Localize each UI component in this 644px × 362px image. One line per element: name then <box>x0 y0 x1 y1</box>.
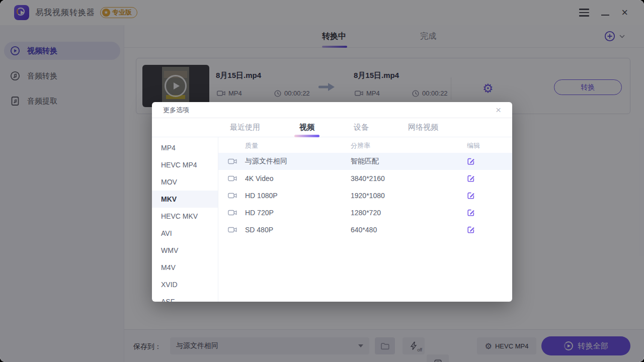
modal-tab-device[interactable]: 设备 <box>354 123 369 132</box>
camera-icon <box>228 158 237 165</box>
quality-value: HD 1080P <box>245 192 351 200</box>
modal-active-tab-underline <box>294 135 319 137</box>
resolution-value: 3840*2160 <box>351 174 467 183</box>
format-item-mov[interactable]: MOV <box>152 173 218 191</box>
modal-header: 更多选项 × <box>152 102 512 118</box>
quality-value: 与源文件相同 <box>245 157 351 166</box>
edit-icon[interactable] <box>467 174 475 183</box>
format-item-xvid[interactable]: XVID <box>152 276 218 293</box>
table-row[interactable]: SD 480P 640*480 <box>218 221 512 238</box>
quality-value: 4K Video <box>245 174 351 183</box>
resolution-value: 智能匹配 <box>351 157 467 166</box>
modal-tab-video[interactable]: 视频 <box>299 123 314 132</box>
table-row[interactable]: 4K Video 3840*2160 <box>218 170 512 187</box>
quality-table: 质量 分辨率 编辑 与源文件相同 智能匹配 4K Video 3840*2160 <box>218 137 512 302</box>
header-quality: 质量 <box>245 141 351 150</box>
format-item-m4v[interactable]: M4V <box>152 259 218 276</box>
format-item-asf[interactable]: ASF <box>152 293 218 302</box>
table-row[interactable]: HD 1080P 1920*1080 <box>218 187 512 204</box>
format-item-wmv[interactable]: WMV <box>152 242 218 259</box>
edit-icon[interactable] <box>467 209 475 217</box>
resolution-value: 1920*1080 <box>351 192 467 200</box>
modal-title: 更多选项 <box>163 106 496 115</box>
quality-table-header: 质量 分辨率 编辑 <box>218 139 512 153</box>
table-row[interactable]: HD 720P 644*362 <box>218 204 512 221</box>
camera-icon <box>228 226 237 233</box>
camera-icon <box>228 175 237 182</box>
format-item-hevc-mkv[interactable]: HEVC MKV <box>152 208 218 225</box>
modal-close-icon[interactable]: × <box>496 106 501 115</box>
app-window: 易我视频转换器 ★ 专业版 × 视频转换 音频转换 <box>0 0 644 362</box>
table-row[interactable]: 与源文件相同 智能匹配 <box>218 153 512 170</box>
camera-icon <box>228 209 237 216</box>
modal-tab-web-video[interactable]: 网络视频 <box>408 123 438 132</box>
more-options-modal: 更多选项 × 最近使用 视频 设备 网络视频 MP4 HEVC MP4 MOV … <box>152 102 512 302</box>
edit-icon[interactable] <box>467 192 475 200</box>
format-item-avi[interactable]: AVI <box>152 225 218 242</box>
resolution-value: 644*362 <box>351 209 467 217</box>
format-item-mp4[interactable]: MP4 <box>152 139 218 156</box>
modal-tab-recent[interactable]: 最近使用 <box>230 123 260 132</box>
header-resolution: 分辨率 <box>351 141 467 150</box>
camera-icon <box>228 192 237 199</box>
edit-icon[interactable] <box>467 157 475 165</box>
quality-value: HD 720P <box>245 209 351 217</box>
format-item-hevc-mp4[interactable]: HEVC MP4 <box>152 156 218 173</box>
quality-value: SD 480P <box>245 226 351 234</box>
format-item-mkv[interactable]: MKV <box>152 191 218 208</box>
header-edit: 编辑 <box>467 141 512 150</box>
modal-tabbar: 最近使用 视频 设备 网络视频 <box>152 118 512 137</box>
edit-icon[interactable] <box>467 226 475 234</box>
resolution-value: 640*480 <box>351 226 467 234</box>
format-list: MP4 HEVC MP4 MOV MKV HEVC MKV AVI WMV M4… <box>152 137 218 302</box>
